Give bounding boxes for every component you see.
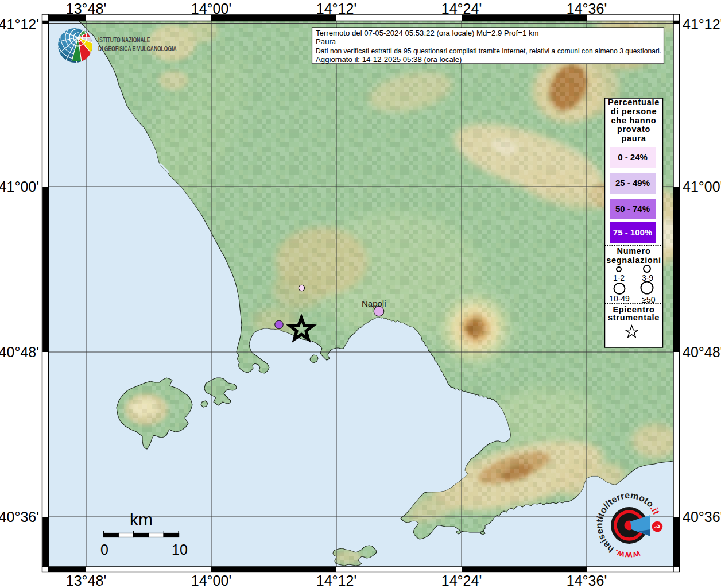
svg-text:10: 10 [172, 541, 188, 558]
svg-text:Numero: Numero [617, 246, 651, 256]
svg-text:Napoli: Napoli [362, 299, 386, 308]
svg-text:14°00': 14°00' [191, 572, 231, 588]
svg-text:41°00': 41°00' [0, 179, 39, 195]
svg-text:provato: provato [617, 125, 650, 134]
svg-text:13°48': 13°48' [66, 1, 106, 17]
svg-text:13°48': 13°48' [66, 572, 106, 588]
svg-text:40°48': 40°48' [683, 344, 721, 360]
svg-text:Paura: Paura [316, 37, 336, 46]
svg-text:25 - 49%: 25 - 49% [615, 178, 650, 188]
svg-text:0: 0 [100, 541, 108, 558]
svg-text:14°00': 14°00' [191, 1, 231, 17]
svg-text:14°12': 14°12' [316, 572, 356, 588]
svg-text:40°36': 40°36' [0, 509, 39, 525]
svg-text:km: km [130, 510, 153, 529]
svg-text:Terremoto del 07-05-2024 05:53: Terremoto del 07-05-2024 05:53:22 (ora l… [316, 29, 539, 37]
svg-text:41°12': 41°12' [0, 16, 39, 32]
svg-text:che hanno: che hanno [611, 116, 657, 125]
svg-text:di persone: di persone [611, 107, 657, 116]
svg-text:75 - 100%: 75 - 100% [613, 227, 652, 237]
svg-text:Percentuale: Percentuale [608, 98, 660, 107]
svg-text:14°24': 14°24' [441, 1, 482, 17]
svg-text:1-2: 1-2 [613, 273, 625, 283]
svg-text:10-49: 10-49 [609, 294, 630, 303]
svg-text:ISTITUTO NAZIONALE: ISTITUTO NAZIONALE [98, 36, 150, 44]
svg-text:41°12': 41°12' [683, 16, 721, 32]
svg-text:40°48': 40°48' [0, 344, 39, 360]
svg-text:Aggiornato il: 14-12-2025 05:3: Aggiornato il: 14-12-2025 05:38 (ora loc… [316, 55, 462, 64]
svg-text:Dati non verificati estratti d: Dati non verificati estratti da 95 quest… [316, 47, 661, 55]
svg-text:14°24': 14°24' [441, 572, 482, 588]
svg-text:41°00': 41°00' [683, 179, 721, 195]
svg-text:40°36': 40°36' [683, 509, 721, 525]
svg-text:14°12': 14°12' [316, 1, 356, 17]
svg-text:paura: paura [622, 134, 646, 143]
svg-text:≥50: ≥50 [642, 295, 655, 304]
svg-text:DI GEOFISICA E VULCANOLOGIA: DI GEOFISICA E VULCANOLOGIA [98, 44, 177, 52]
svg-text:14°36': 14°36' [567, 1, 607, 17]
svg-text:50 - 74%: 50 - 74% [615, 204, 650, 214]
svg-text:segnalazioni: segnalazioni [606, 256, 661, 265]
svg-text:14°36': 14°36' [567, 572, 607, 588]
svg-text:strumentale: strumentale [608, 313, 660, 322]
svg-text:0 - 24%: 0 - 24% [618, 152, 648, 162]
